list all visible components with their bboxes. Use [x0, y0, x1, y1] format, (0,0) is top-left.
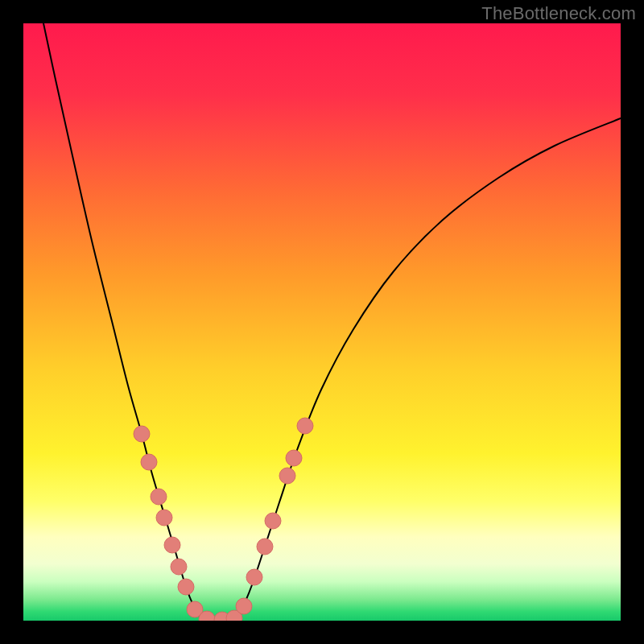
data-marker — [279, 468, 295, 484]
data-marker — [164, 537, 180, 553]
data-marker — [156, 510, 172, 526]
chart-svg — [23, 23, 621, 621]
data-marker — [141, 454, 157, 470]
chart-frame: TheBottleneck.com — [0, 0, 644, 644]
data-marker — [246, 569, 262, 585]
data-marker — [134, 426, 150, 442]
data-marker — [265, 513, 281, 529]
data-marker — [178, 579, 194, 595]
data-marker — [297, 418, 313, 434]
data-marker — [286, 450, 302, 466]
watermark-text: TheBottleneck.com — [481, 3, 636, 24]
gradient-background — [23, 23, 621, 621]
data-marker — [257, 539, 273, 555]
data-marker — [236, 598, 252, 614]
data-marker — [151, 489, 167, 505]
plot-area — [23, 23, 621, 621]
data-marker — [171, 559, 187, 575]
